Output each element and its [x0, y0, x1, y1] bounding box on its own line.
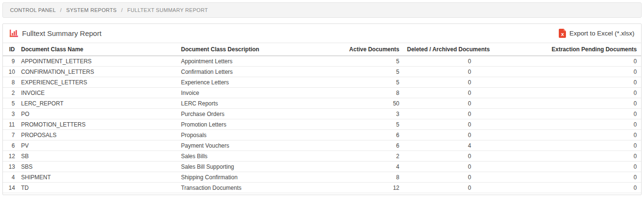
- table-cell: 11: [3, 119, 17, 130]
- table-cell: 0: [475, 88, 641, 98]
- table-header-row: IDDocument Class NameDocument Class Desc…: [3, 43, 641, 56]
- report-panel: Fulltext Summary Report x Export to Exce…: [2, 23, 642, 195]
- table-cell: 6: [3, 140, 17, 151]
- table-row: 3POPurchase Orders300: [3, 109, 641, 119]
- table-cell: 0: [403, 162, 475, 172]
- table-cell: SBS: [17, 162, 177, 172]
- table-cell: 0: [403, 88, 475, 98]
- table-body: 9APPOINTMENT_LETTERSAppointment Letters5…: [3, 56, 641, 193]
- table-cell: 0: [403, 109, 475, 119]
- table-cell: LERC_REPORT: [17, 98, 177, 109]
- bar-chart-icon: [10, 29, 18, 37]
- table-cell: 4: [403, 140, 475, 151]
- table-row: 14TDTransaction Documents1200: [3, 183, 641, 193]
- table-cell: Proposals: [177, 130, 335, 140]
- table-cell: 6: [335, 140, 403, 151]
- table-cell: CONFIRMATION_LETTERS: [17, 67, 177, 77]
- table-cell: 4: [3, 172, 17, 183]
- table-cell: 0: [403, 183, 475, 193]
- table-cell: Shipping Confirmation: [177, 172, 335, 183]
- table-row: 13SBSSales Bill Supporting400: [3, 162, 641, 172]
- table-cell: INVOICE: [17, 88, 177, 98]
- table-cell: 0: [475, 109, 641, 119]
- table-cell: SB: [17, 151, 177, 162]
- table-cell: Payment Vouchers: [177, 140, 335, 151]
- table-cell: Experience Letters: [177, 77, 335, 88]
- table-cell: 6: [335, 130, 403, 140]
- table-cell: 8: [3, 77, 17, 88]
- table-cell: 0: [475, 56, 641, 67]
- table-cell: Transaction Documents: [177, 183, 335, 193]
- table-row: 6PVPayment Vouchers640: [3, 140, 641, 151]
- excel-letter: x: [561, 32, 564, 37]
- page: CONTROL PANEL / SYSTEM REPORTS / FULLTEX…: [0, 0, 644, 197]
- table-row: 5LERC_REPORTLERC Reports5000: [3, 98, 641, 109]
- table-cell: 0: [475, 183, 641, 193]
- table-row: 8EXPERIENCE_LETTERSExperience Letters500: [3, 77, 641, 88]
- table-cell: 5: [335, 67, 403, 77]
- table-cell: 0: [475, 162, 641, 172]
- table-cell: 9: [3, 56, 17, 67]
- table-cell: 0: [403, 67, 475, 77]
- table-cell: 0: [403, 98, 475, 109]
- table-row: 2INVOICEInvoice800: [3, 88, 641, 98]
- column-header: Deleted / Archived Documents: [403, 43, 475, 56]
- breadcrumb-item-control-panel[interactable]: CONTROL PANEL: [10, 7, 56, 13]
- table-cell: PROPOSALS: [17, 130, 177, 140]
- table-cell: PROMOTION_LETTERS: [17, 119, 177, 130]
- table-cell: PO: [17, 109, 177, 119]
- column-header: ID: [3, 43, 17, 56]
- export-to-excel-button[interactable]: x Export to Excel (*.xlsx): [559, 29, 634, 38]
- table-cell: APPOINTMENT_LETTERS: [17, 56, 177, 67]
- table-cell: Purchase Orders: [177, 109, 335, 119]
- breadcrumb-item-current: FULLTEXT SUMMARY REPORT: [127, 7, 208, 13]
- table-cell: EXPERIENCE_LETTERS: [17, 77, 177, 88]
- table-cell: 0: [475, 67, 641, 77]
- table-cell: 5: [3, 98, 17, 109]
- column-header: Extraction Pending Documents: [475, 43, 641, 56]
- table-cell: 5: [335, 56, 403, 67]
- table-cell: PV: [17, 140, 177, 151]
- table-cell: 13: [3, 162, 17, 172]
- table-cell: 0: [403, 172, 475, 183]
- breadcrumb: CONTROL PANEL / SYSTEM REPORTS / FULLTEX…: [2, 2, 642, 18]
- table-cell: Confirmation Letters: [177, 67, 335, 77]
- column-header: Document Class Description: [177, 43, 335, 56]
- table-cell: 0: [475, 172, 641, 183]
- table-cell: 3: [335, 109, 403, 119]
- table-cell: 14: [3, 183, 17, 193]
- table-cell: 2: [335, 151, 403, 162]
- breadcrumb-separator: /: [60, 7, 62, 13]
- table-cell: 0: [403, 119, 475, 130]
- table-cell: 3: [3, 109, 17, 119]
- breadcrumb-separator: /: [121, 7, 123, 13]
- folded-corner: [564, 29, 566, 31]
- export-label: Export to Excel (*.xlsx): [569, 30, 634, 37]
- table-cell: 0: [403, 151, 475, 162]
- table-row: 11PROMOTION_LETTERSPromotion Letters500: [3, 119, 641, 130]
- column-header: Active Documents: [335, 43, 403, 56]
- table-cell: 0: [475, 77, 641, 88]
- table-row: 10CONFIRMATION_LETTERSConfirmation Lette…: [3, 67, 641, 77]
- table-cell: 0: [475, 119, 641, 130]
- table-cell: 0: [475, 98, 641, 109]
- table-row: 4SHIPMENTShipping Confirmation800: [3, 172, 641, 183]
- table-cell: SHIPMENT: [17, 172, 177, 183]
- page-title: Fulltext Summary Report: [22, 29, 102, 37]
- table-cell: Invoice: [177, 88, 335, 98]
- breadcrumb-item-system-reports[interactable]: SYSTEM REPORTS: [66, 7, 116, 13]
- excel-file-icon: x: [559, 29, 566, 38]
- table-cell: 4: [335, 162, 403, 172]
- table-row: 7PROPOSALSProposals600: [3, 130, 641, 140]
- table-cell: 12: [335, 183, 403, 193]
- column-header: Document Class Name: [17, 43, 177, 56]
- table-cell: Promotion Letters: [177, 119, 335, 130]
- table-cell: 12: [3, 151, 17, 162]
- table-row: 12SBSales Bills200: [3, 151, 641, 162]
- table-cell: 10: [3, 67, 17, 77]
- panel-title-wrap: Fulltext Summary Report: [10, 29, 102, 37]
- table-cell: 0: [403, 77, 475, 88]
- table-cell: 8: [335, 88, 403, 98]
- table-cell: 5: [335, 119, 403, 130]
- table-cell: 50: [335, 98, 403, 109]
